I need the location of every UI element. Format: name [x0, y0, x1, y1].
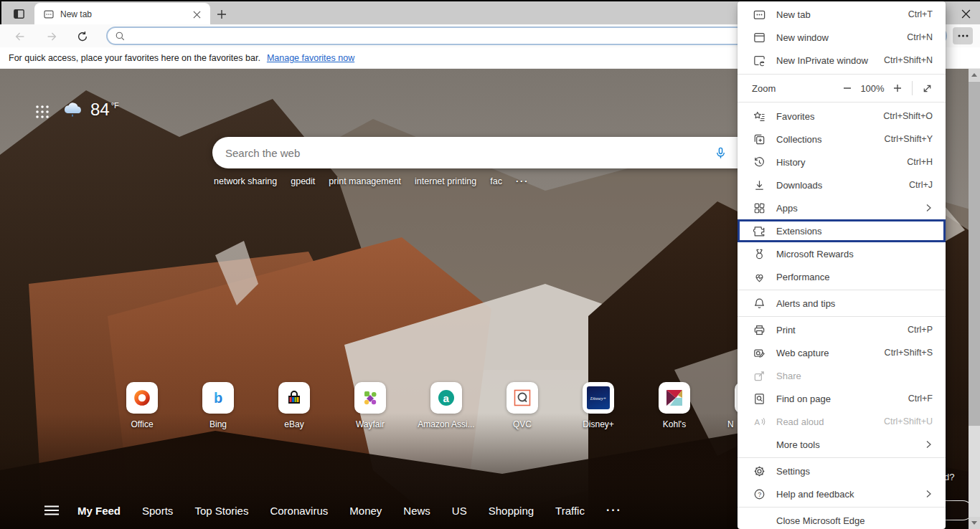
- grid-dots-icon: [34, 104, 43, 120]
- shortcut-qvc[interactable]: QVC: [507, 382, 538, 429]
- suggestion-chip[interactable]: internet printing: [415, 176, 476, 186]
- apps-icon: [752, 201, 766, 215]
- feed-tab-money[interactable]: Money: [349, 505, 382, 517]
- menu-item-label: Favorites: [776, 111, 883, 122]
- feed-more-button[interactable]: ···: [606, 504, 622, 517]
- new-tab-button[interactable]: [214, 6, 230, 22]
- web-capture-icon: [752, 345, 766, 360]
- disney-plus-logo-icon: Disney+: [587, 386, 610, 409]
- menu-item-label: Downloads: [776, 180, 909, 191]
- qvc-logo-icon: [512, 388, 532, 408]
- feed-tab-news[interactable]: News: [403, 505, 430, 517]
- menu-item-favorites[interactable]: Favorites Ctrl+Shift+O: [738, 105, 946, 128]
- page-scrollbar[interactable]: [969, 69, 980, 529]
- web-search-box[interactable]: [212, 137, 768, 168]
- bell-icon: [752, 296, 766, 310]
- suggestion-chip[interactable]: fac: [490, 176, 502, 186]
- tab-close-button[interactable]: [189, 6, 204, 22]
- shortcut-disney-plus[interactable]: Disney+ Disney+: [583, 382, 614, 429]
- app-launcher-button[interactable]: [30, 103, 47, 120]
- settings-and-more-button[interactable]: [953, 27, 973, 44]
- feed-tab-shopping[interactable]: Shopping: [489, 505, 534, 517]
- performance-icon: [752, 270, 766, 284]
- suggestion-chip[interactable]: gpedit: [291, 176, 315, 186]
- menu-item-print[interactable]: Print Ctrl+P: [738, 318, 946, 341]
- shortcut-label: Wayfair: [356, 419, 385, 429]
- menu-item-web-capture[interactable]: Web capture Ctrl+Shift+S: [738, 341, 946, 364]
- more-suggestions-button[interactable]: ···: [516, 176, 529, 186]
- web-search-input[interactable]: [224, 146, 702, 160]
- temperature-value: 84: [90, 100, 110, 119]
- menu-divider: [738, 290, 946, 290]
- menu-item-label: History: [776, 157, 907, 168]
- menu-item-close-microsoft-edge[interactable]: Close Microsoft Edge: [738, 509, 946, 529]
- zoom-out-button[interactable]: [839, 80, 856, 97]
- forward-button[interactable]: [43, 28, 60, 45]
- menu-item-help-and-feedback[interactable]: ? Help and feedback: [738, 482, 946, 505]
- manage-favorites-link[interactable]: Manage favorites now: [267, 53, 354, 63]
- shortcut-bing[interactable]: b Bing: [202, 382, 234, 429]
- menu-item-settings[interactable]: Settings: [738, 459, 946, 482]
- menu-item-alerts-and-tips[interactable]: Alerts and tips: [738, 292, 946, 315]
- fullscreen-button[interactable]: [918, 80, 936, 97]
- menu-item-more-tools[interactable]: More tools: [738, 433, 946, 456]
- feed-tab-traffic[interactable]: Traffic: [555, 505, 585, 517]
- menu-item-label: Extensions: [776, 226, 933, 237]
- search-icon: [115, 31, 126, 42]
- menu-item-read-aloud: A Read aloud Ctrl+Shift+U: [738, 410, 946, 433]
- shortcut-office[interactable]: Office: [126, 382, 158, 429]
- feed-tab-coronavirus[interactable]: Coronavirus: [270, 505, 328, 517]
- back-button[interactable]: [11, 28, 29, 45]
- read-aloud-icon: A: [752, 414, 766, 429]
- scrollbar-thumb[interactable]: [969, 82, 980, 426]
- feed-tab-my-feed[interactable]: My Feed: [77, 505, 121, 517]
- shortcut-ebay[interactable]: eBay: [278, 382, 310, 429]
- shortcut-label: Bing: [209, 419, 227, 429]
- feed-tab-top-stories[interactable]: Top Stories: [194, 505, 248, 517]
- menu-item-apps[interactable]: Apps: [738, 196, 946, 219]
- bing-logo-icon: b: [209, 389, 227, 407]
- rewards-icon: [752, 247, 766, 261]
- menu-item-performance[interactable]: Performance: [738, 265, 946, 288]
- share-icon: [752, 368, 766, 383]
- menu-item-shortcut: Ctrl+J: [909, 180, 933, 190]
- menu-item-new-inprivate-window[interactable]: New InPrivate window Ctrl+Shift+N: [738, 49, 946, 72]
- menu-item-label: Performance: [776, 272, 933, 282]
- weather-widget[interactable]: 84 °F: [62, 100, 119, 119]
- more-dots-icon: [958, 34, 969, 37]
- menu-item-label: Apps: [776, 203, 924, 214]
- menu-item-label: Help and feedback: [776, 489, 924, 500]
- menu-item-history[interactable]: History Ctrl+H: [738, 151, 946, 173]
- menu-item-find-on-page[interactable]: Find on page Ctrl+F: [738, 387, 946, 410]
- tab-actions-button[interactable]: [9, 5, 29, 22]
- menu-item-label: Find on page: [776, 394, 908, 404]
- search-suggestions: network sharing gpedit print management …: [214, 176, 529, 186]
- shortcut-wayfair[interactable]: Wayfair: [354, 382, 386, 429]
- fullscreen-diagonal-arrows-icon: [922, 83, 933, 94]
- feed-tab-sports[interactable]: Sports: [142, 505, 173, 517]
- refresh-button[interactable]: [74, 28, 91, 45]
- suggestion-chip[interactable]: network sharing: [214, 176, 277, 186]
- amazon-assistant-logo-icon: a: [436, 388, 456, 408]
- menu-item-extensions[interactable]: Extensions: [738, 219, 946, 242]
- shortcut-amazon-assistant[interactable]: a Amazon Assi...: [430, 382, 462, 429]
- menu-item-collections[interactable]: Collections Ctrl+Shift+Y: [738, 128, 946, 151]
- suggestion-chip[interactable]: print management: [329, 176, 401, 186]
- feed-tab-us[interactable]: US: [452, 505, 467, 517]
- favorites-icon: [752, 109, 766, 123]
- window-close-button[interactable]: [956, 6, 976, 22]
- scrollbar-down-button[interactable]: [969, 517, 980, 529]
- scrollbar-up-button[interactable]: [969, 69, 980, 81]
- find-on-page-icon: [752, 391, 766, 406]
- menu-item-label: Print: [776, 325, 908, 335]
- voice-search-button[interactable]: [712, 144, 729, 161]
- tab-new-tab[interactable]: New tab: [34, 3, 210, 26]
- feed-menu-button[interactable]: [43, 504, 60, 517]
- menu-item-new-tab[interactable]: New tab Ctrl+T: [738, 3, 946, 26]
- menu-item-downloads[interactable]: Downloads Ctrl+J: [738, 173, 946, 196]
- zoom-in-button[interactable]: [889, 80, 906, 97]
- menu-item-microsoft-rewards[interactable]: Microsoft Rewards: [738, 242, 946, 265]
- shortcut-kohls[interactable]: Kohl's: [659, 382, 690, 429]
- menu-item-label: Microsoft Rewards: [776, 249, 933, 259]
- menu-item-new-window[interactable]: New window Ctrl+N: [738, 26, 946, 49]
